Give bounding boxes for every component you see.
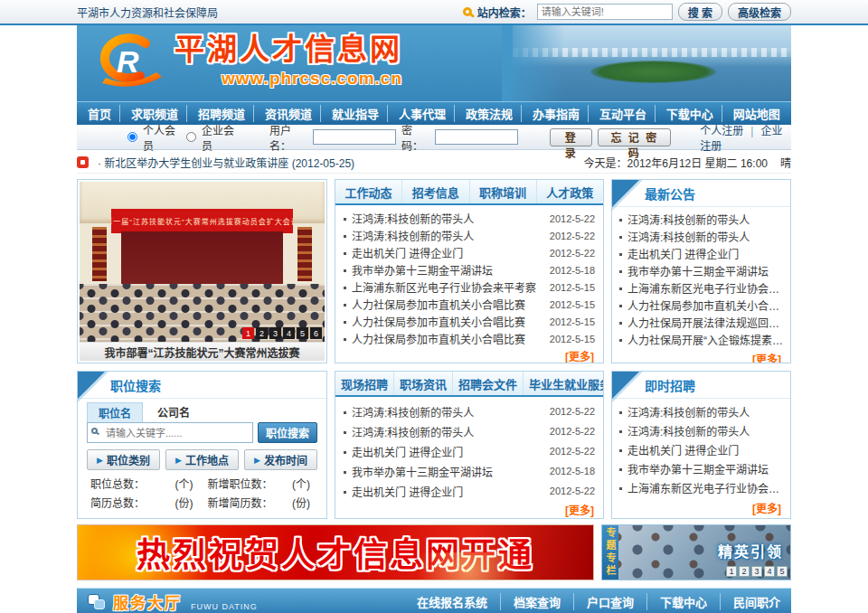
company-member-radio[interactable] bbox=[186, 132, 196, 142]
nav-item[interactable]: 下载中心 bbox=[655, 105, 717, 122]
pager-number[interactable]: 4 bbox=[764, 566, 775, 577]
personal-register-link[interactable]: 个人注册 bbox=[700, 125, 743, 137]
job-filter-button[interactable]: ▶ 工作地点 bbox=[165, 449, 239, 470]
nav-item[interactable]: 政策法规 bbox=[454, 105, 516, 122]
tab[interactable]: 现场招聘 bbox=[335, 372, 394, 395]
job-filter-button[interactable]: ▶ 发布时间 bbox=[244, 449, 317, 470]
tab[interactable]: 工作动态 bbox=[335, 180, 402, 203]
nav-item[interactable]: 招聘频道 bbox=[186, 105, 249, 122]
forgot-password-button[interactable]: 忘 记 密 码 bbox=[598, 128, 671, 146]
work-news-more-link[interactable]: [更多] bbox=[335, 347, 603, 363]
news-item[interactable]: 汪鸿涛:科技创新的带头人 2012-5-22 bbox=[344, 421, 595, 441]
photo-banner-text: 第一届“江苏技能状元”大赛常州选拔赛动员会扩大会议 bbox=[111, 209, 293, 233]
password-label: 密码： bbox=[401, 122, 430, 153]
news-item[interactable]: 汪鸿涛:科技创新的带头人 2012-5-22 bbox=[344, 227, 595, 244]
main-nav: 首页求职频道招聘频道资讯频道就业指导人事代理政策法规办事指南互动平台下载中心网站… bbox=[77, 101, 791, 125]
nav-item[interactable]: 资讯频道 bbox=[253, 105, 316, 122]
news-item[interactable]: 走出机关门 进得企业门 2012-5-22 bbox=[344, 441, 595, 461]
photo-pager-number[interactable]: 2 bbox=[256, 327, 268, 339]
nav-item[interactable]: 人事代理 bbox=[387, 105, 449, 122]
service-link[interactable]: 民间职介 bbox=[720, 593, 780, 610]
notice-item[interactable]: 我市举办第十三期金平湖讲坛 bbox=[619, 264, 783, 281]
personal-member-label[interactable]: 个人会员 bbox=[143, 122, 181, 153]
personal-member-radio[interactable] bbox=[127, 132, 137, 142]
login-button[interactable]: 登 录 bbox=[550, 128, 592, 146]
news-item[interactable]: 我市举办第十三期金平湖讲坛 2012-5-18 bbox=[344, 461, 595, 481]
tab[interactable]: 职场资讯 bbox=[394, 372, 453, 395]
notice-item[interactable]: 汪鸿涛:科技创新的带头人 bbox=[619, 230, 783, 247]
username-field[interactable] bbox=[313, 129, 396, 145]
conference-photo[interactable]: 第一届“江苏技能状元”大赛常州选拔赛动员会扩大会议 123456 bbox=[80, 182, 325, 342]
nav-item[interactable]: 办事指南 bbox=[521, 105, 583, 122]
company-member-label[interactable]: 企业会员 bbox=[202, 122, 240, 153]
news-item-date: 2012-5-15 bbox=[550, 334, 595, 344]
news-item[interactable]: 人力社保局参加市直机关小合唱比赛 2012-5-15 bbox=[344, 313, 595, 330]
instant-more-link[interactable]: [更多] bbox=[612, 499, 790, 515]
news-item[interactable]: 我市举办第十三期金平湖讲坛 2012-5-18 bbox=[344, 261, 595, 278]
notice-item[interactable]: 人力社保局开展“入企锻炼提素质” bbox=[619, 333, 783, 350]
pager-number[interactable]: 3 bbox=[751, 566, 762, 577]
instant-item[interactable]: 上海浦东新区光电子行业协会来平考 bbox=[619, 480, 783, 499]
notice-item[interactable]: 上海浦东新区光电子行业协会来平考 bbox=[619, 281, 783, 298]
photo-pager-number[interactable]: 1 bbox=[242, 327, 254, 339]
password-field[interactable] bbox=[435, 129, 518, 145]
ticker-news-link[interactable]: 新北区举办大学生创业与就业政策讲座 (2012-05-25) bbox=[98, 155, 354, 170]
advanced-search-button[interactable]: 高级检索 bbox=[728, 3, 791, 21]
site-brand[interactable]: R 平湖人才信息网 www.phrcsc.com.cn bbox=[90, 33, 402, 90]
news-item[interactable]: 上海浦东新区光电子行业协会来平考察 2012-5-15 bbox=[344, 278, 595, 296]
search-button[interactable]: 搜 索 bbox=[678, 3, 722, 21]
notice-item[interactable]: 人力社保局开展法律法规巡回培训 bbox=[619, 316, 783, 333]
instant-item[interactable]: 汪鸿涛:科技创新的带头人 bbox=[619, 404, 783, 423]
job-search-button[interactable]: 职位搜索 bbox=[258, 422, 317, 443]
nav-item[interactable]: 就业指导 bbox=[320, 105, 382, 122]
tab-company-name[interactable]: 公司名 bbox=[146, 402, 201, 422]
tab[interactable]: 招考信息 bbox=[402, 180, 469, 203]
pager-number[interactable]: 2 bbox=[739, 566, 750, 577]
service-link[interactable]: 在线报名系统 bbox=[417, 593, 487, 610]
tab[interactable]: 毕业生就业服务 bbox=[524, 372, 604, 395]
job-filter-button[interactable]: ▶ 职位类别 bbox=[87, 449, 160, 470]
news-item[interactable]: 人力社保局参加市直机关小合唱比赛 2012-5-15 bbox=[344, 296, 595, 313]
photo-pager-number[interactable]: 4 bbox=[283, 327, 295, 339]
pager-number[interactable]: 5 bbox=[777, 566, 788, 577]
notice-item[interactable]: 人力社保局参加市直机关小合唱比赛 bbox=[619, 298, 783, 316]
site-search-input[interactable] bbox=[537, 4, 673, 20]
new-badge-icon bbox=[77, 156, 89, 168]
service-link[interactable]: 档案查询 bbox=[500, 593, 561, 610]
celebration-banner[interactable]: 热烈祝贺人才信息网开通 bbox=[77, 524, 594, 580]
news-item[interactable]: 汪鸿涛:科技创新的带头人 2012-5-22 bbox=[344, 210, 595, 227]
news-item[interactable]: 走出机关门 进得企业门 2012-5-22 bbox=[344, 244, 595, 261]
service-link[interactable]: 户口查询 bbox=[573, 593, 634, 610]
nav-item[interactable]: 网站地图 bbox=[722, 105, 784, 122]
nav-item[interactable]: 互动平台 bbox=[588, 105, 650, 122]
tab[interactable]: 人才政策 bbox=[537, 180, 603, 203]
instant-item[interactable]: 走出机关门 进得企业门 bbox=[619, 442, 783, 461]
notice-list: 汪鸿涛:科技创新的带头人汪鸿涛:科技创新的带头人走出机关门 进得企业门我市举办第… bbox=[612, 207, 790, 350]
photo-pager-number[interactable]: 6 bbox=[310, 327, 322, 339]
tab-position-name[interactable]: 职位名 bbox=[87, 402, 143, 422]
photo-pager-number[interactable]: 3 bbox=[269, 327, 281, 339]
instant-item[interactable]: 汪鸿涛:科技创新的带头人 bbox=[619, 423, 783, 442]
work-news-tabs: 工作动态招考信息职称培训人才政策 bbox=[335, 180, 603, 205]
news-item[interactable]: 汪鸿涛:科技创新的带头人 2012-5-22 bbox=[344, 401, 595, 421]
tab[interactable]: 招聘会文件 bbox=[453, 372, 524, 395]
news-item[interactable]: 人力社保局参加市直机关小合唱比赛 2012-5-15 bbox=[344, 330, 595, 347]
job-filter-label: 工作地点 bbox=[185, 452, 229, 467]
news-item-date: 2012-5-15 bbox=[550, 299, 595, 310]
news-item[interactable]: 走出机关门 进得企业门 2012-5-22 bbox=[344, 481, 595, 501]
nav-item[interactable]: 首页 bbox=[84, 105, 115, 122]
pager-number[interactable]: 1 bbox=[726, 566, 737, 577]
main-nav-list: 首页求职频道招聘频道资讯频道就业指导人事代理政策法规办事指南互动平台下载中心网站… bbox=[77, 102, 791, 125]
service-link[interactable]: 下载中心 bbox=[646, 593, 707, 610]
special-column-banner[interactable]: 专题专栏 精英引领 12345 bbox=[601, 524, 791, 580]
tab[interactable]: 职称培训 bbox=[470, 180, 537, 203]
notice-item[interactable]: 汪鸿涛:科技创新的带头人 bbox=[619, 212, 783, 230]
keyword-input[interactable] bbox=[87, 422, 253, 443]
recruit-more-link[interactable]: [更多] bbox=[335, 501, 603, 517]
nav-item[interactable]: 求职频道 bbox=[119, 105, 182, 122]
instant-item[interactable]: 我市举办第十三期金平湖讲坛 bbox=[619, 461, 783, 480]
photo-caption[interactable]: 我市部署“江苏技能状元”大赛常州选拔赛 bbox=[80, 342, 325, 361]
photo-pager-number[interactable]: 5 bbox=[297, 327, 308, 339]
notice-more-link[interactable]: [更多] bbox=[612, 350, 790, 363]
notice-item[interactable]: 走出机关门 进得企业门 bbox=[619, 247, 783, 264]
